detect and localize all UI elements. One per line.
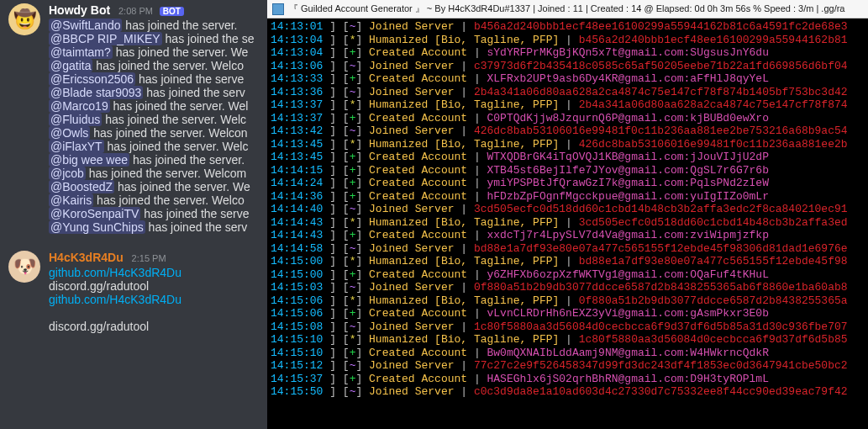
log-time: 14:13:45 xyxy=(271,138,323,151)
user-mention[interactable]: @SwiftLando xyxy=(49,19,122,32)
log-time: 14:15:12 xyxy=(271,359,323,372)
user-mention[interactable]: @Yung SunChips xyxy=(49,220,145,234)
log-time: 14:14:36 xyxy=(271,190,323,203)
console-line: 14:14:24 ] [+] Created Account | ymiYPSP… xyxy=(271,177,865,190)
join-line: @Fluidus has joined the server. Welc xyxy=(49,113,259,126)
log-time: 14:14:43 xyxy=(271,216,323,229)
bot-avatar: 🤠 xyxy=(8,3,40,35)
user-header: H4cK3dR4Du 2:15 PM xyxy=(49,251,259,264)
user-mention[interactable]: @iFlaxYT xyxy=(49,140,104,153)
log-label: Created Account xyxy=(369,307,467,320)
console-window[interactable]: 『 Guilded Account Generator 』 ~ By H4cK3… xyxy=(267,0,868,429)
user-mention[interactable]: @Owls xyxy=(49,126,90,140)
log-value: vLvnCLRDrHh6nEXZ3yVi@gmail.com:gAsmPkxr3… xyxy=(487,307,769,320)
bot-username[interactable]: Howdy Bot xyxy=(49,3,110,17)
console-line: 14:14:15 ] [+] Created Account | XTB45st… xyxy=(271,164,865,177)
user-mention[interactable]: @gatita xyxy=(49,59,92,72)
console-line: 14:15:37 ] [+] Created Account | HASEGhl… xyxy=(271,373,865,386)
log-label: Joined Server xyxy=(369,60,454,72)
console-line: 14:15:10 ] [+] Created Account | Bw0mQXN… xyxy=(271,347,865,360)
log-time: 14:13:04 xyxy=(271,46,323,59)
console-line: 14:13:33 ] [+] Created Account | XLFRxb2… xyxy=(271,72,865,86)
log-value: y6ZHFXb6ozpXzfWKTVg1@gmail.com:OQaFuf4tK… xyxy=(487,268,769,281)
bot-timestamp: 2:08 PM xyxy=(118,6,153,16)
log-time: 14:15:06 xyxy=(271,294,323,307)
log-time: 14:15:37 xyxy=(271,373,323,385)
join-line: @Marco19 has joined the server. Wel xyxy=(49,99,259,113)
log-label: Created Account xyxy=(369,229,467,241)
log-value: XTB45st6BejIlfe7JYov@gmail.com:QgSL7r6G7… xyxy=(487,164,769,177)
console-line: 14:13:01 ] [~] Joined Server | b456a2d24… xyxy=(271,20,865,34)
log-label: Humanized [Bio, Tagline, PFP] xyxy=(369,294,559,307)
message-line: github.com/H4cK3dR4Du xyxy=(49,266,259,279)
bot-header: Howdy Bot 2:08 PM BOT xyxy=(49,3,259,17)
console-line: 14:13:45 ] [*] Humanized [Bio, Tagline, … xyxy=(271,138,865,151)
console-line: 14:15:08 ] [~] Joined Server | 1c80f5880… xyxy=(271,320,865,334)
log-time: 14:13:01 xyxy=(271,20,323,33)
user-mention[interactable]: @big wee wee xyxy=(49,153,129,167)
user-mention[interactable]: @BoostedZ xyxy=(49,180,114,193)
console-line: 14:13:45 ] [+] Created Account | WTXQDBr… xyxy=(271,151,865,164)
log-label: Created Account xyxy=(369,46,467,59)
console-app-icon xyxy=(272,3,284,15)
user-username[interactable]: H4cK3dR4Du xyxy=(49,251,124,264)
user-mention[interactable]: @BBCP RIP_MIKEY xyxy=(49,32,162,45)
log-value: C0PTQdKjjw8JzqurnQ6P@gmail.com:kjBUBd0ew… xyxy=(487,112,769,124)
log-label: Created Account xyxy=(369,164,467,177)
join-line: @Yung SunChips has joined the serv xyxy=(49,220,259,234)
log-time: 14:13:37 xyxy=(271,112,323,124)
join-line: @BoostedZ has joined the server. We xyxy=(49,180,259,193)
console-line: 14:15:00 ] [*] Humanized [Bio, Tagline, … xyxy=(271,255,865,268)
user-avatar: 🐶 xyxy=(8,251,40,283)
user-timestamp: 2:15 PM xyxy=(132,253,166,263)
join-line: @Kairis has joined the server. Welco xyxy=(49,193,259,207)
console-line: 14:13:06 ] [~] Joined Server | c37973d6f… xyxy=(271,60,865,73)
user-mention[interactable]: @Fluidus xyxy=(49,113,102,126)
log-label: Joined Server xyxy=(369,20,454,33)
log-time: 14:15:06 xyxy=(271,307,323,320)
user-mention[interactable]: @taimtam? xyxy=(49,45,113,59)
log-time: 14:15:50 xyxy=(271,385,323,398)
log-label: Created Account xyxy=(369,112,467,124)
discord-panel[interactable]: 🤠 Howdy Bot 2:08 PM BOT @SwiftLando has … xyxy=(0,0,267,429)
log-value: b456a2d240bbb1ecf48ee16100299a55944162b8… xyxy=(579,34,848,46)
log-time: 14:15:10 xyxy=(271,333,323,346)
log-value: b456a2d240bbb1ecf48ee16100299a55944162b8… xyxy=(474,20,848,33)
join-line: @taimtam? has joined the server. We xyxy=(49,45,259,59)
log-label: Joined Server xyxy=(369,86,454,98)
log-value: xxdcTj7r4LpySLV7d4Va@gmail.com:zviWipmjz… xyxy=(487,229,769,241)
console-line: 14:15:06 ] [+] Created Account | vLvnCLR… xyxy=(271,307,865,320)
console-line: 14:14:40 ] [~] Joined Server | 3cd505ecf… xyxy=(271,203,865,216)
log-label: Joined Server xyxy=(369,203,454,215)
console-line: 14:14:36 ] [+] Created Account | hFDzbZp… xyxy=(271,190,865,204)
user-message-group: 🐶 H4cK3dR4Du 2:15 PM github.com/H4cK3dR4… xyxy=(0,247,267,338)
log-label: Created Account xyxy=(369,268,467,281)
console-line: 14:15:06 ] [*] Humanized [Bio, Tagline, … xyxy=(271,294,865,308)
log-value: 2b4a341a06d80aa628a2ca4874c75e147cf78f87… xyxy=(474,86,848,98)
log-label: Joined Server xyxy=(369,281,454,294)
log-label: Created Account xyxy=(369,373,467,385)
user-mention[interactable]: @KoroSenpaiTV xyxy=(49,207,140,220)
message-line xyxy=(49,306,259,320)
join-line: @jcob has joined the server. Welcom xyxy=(49,167,259,180)
log-label: Created Account xyxy=(369,347,467,359)
log-label: Joined Server xyxy=(369,385,454,398)
console-titlebar[interactable]: 『 Guilded Account Generator 』 ~ By H4cK3… xyxy=(267,0,868,19)
message-line: discord.gg/radutool xyxy=(49,279,259,293)
join-line: @SwiftLando has joined the server. xyxy=(49,19,259,32)
user-mention[interactable]: @jcob xyxy=(49,167,86,180)
log-time: 14:15:08 xyxy=(271,320,323,333)
log-time: 14:13:45 xyxy=(271,151,323,163)
console-body[interactable]: 14:13:01 ] [~] Joined Server | b456a2d24… xyxy=(267,19,868,429)
user-mention[interactable]: @Ericsson2506 xyxy=(49,72,135,86)
log-value: ymiYPSPBtJfQrawGzI7k@gmail.com:PqlsPNd2z… xyxy=(487,177,769,189)
user-mention[interactable]: @Blade star9093 xyxy=(49,86,143,99)
message-link[interactable]: github.com/H4cK3dR4Du xyxy=(49,293,181,306)
log-value: 1c80f5880aa3d56084d0cecbcca6f9d37df6d5b8… xyxy=(579,333,848,346)
log-time: 14:15:00 xyxy=(271,255,323,267)
message-link[interactable]: github.com/H4cK3dR4Du xyxy=(49,266,181,279)
user-mention[interactable]: @Kairis xyxy=(49,193,93,207)
log-value: hFDzbZpFOgnfMgcckpue@gmail.com:yuIgIIZo0… xyxy=(487,190,769,203)
log-value: 0f880a51b2b9db3077ddcce6587d2b8438255365… xyxy=(579,294,848,307)
user-mention[interactable]: @Marco19 xyxy=(49,99,110,113)
